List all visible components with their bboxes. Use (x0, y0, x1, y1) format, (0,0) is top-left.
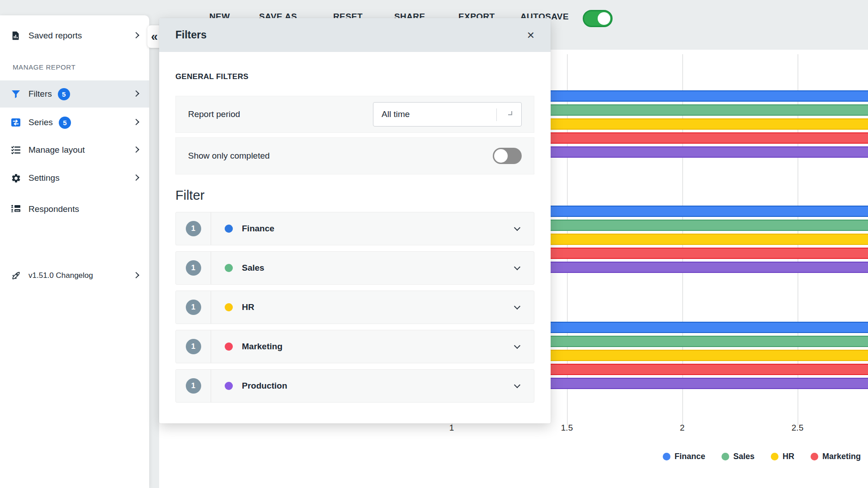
sidebar-item-label: Series (28, 117, 53, 127)
filter-count-cell: 1 (176, 252, 211, 284)
series-color-dot (225, 303, 233, 311)
filter-count-badge: 1 (186, 260, 201, 276)
chevron-down-icon (514, 381, 520, 388)
chart-legend: FinanceSalesHRMarketing (663, 452, 861, 461)
filter-count-badge: 1 (186, 300, 201, 315)
sidebar-item-label: Saved reports (28, 31, 82, 41)
filter-count-cell: 1 (176, 291, 211, 324)
series-color-dot (225, 225, 233, 233)
filter-row-label: HR (242, 302, 254, 312)
filter-count-cell: 1 (176, 330, 211, 363)
sidebar-item-label: v1.51.0 Changelog (28, 271, 93, 280)
legend-label: Finance (675, 452, 705, 461)
filter-count-badge: 1 (186, 339, 201, 354)
legend-label: HR (783, 452, 794, 461)
legend-label: Sales (733, 452, 755, 461)
autosave-toggle[interactable] (583, 10, 613, 27)
collapse-icon: « (151, 31, 158, 43)
funnel-icon (10, 88, 22, 100)
sidebar: Saved reportsMANAGE REPORTFilters5Series… (0, 15, 149, 488)
sidebar-item-label: Settings (28, 173, 60, 183)
sidebar-item-label: Filters (28, 89, 52, 99)
report-period-row: Report period All time (175, 96, 534, 133)
filter-count-cell: 1 (176, 212, 211, 245)
x-tick-label: 1 (449, 423, 454, 433)
x-tick-label: 2 (680, 423, 685, 433)
show-only-completed-row: Show only completed (175, 137, 534, 174)
chevron-right-icon (133, 146, 139, 153)
checklist-icon (10, 144, 22, 156)
filter-section-heading: Filter (175, 188, 204, 203)
report-period-label: Report period (188, 109, 240, 119)
legend-color-dot (771, 453, 778, 460)
chevron-right-icon (133, 32, 139, 38)
filters-modal: Filters × GENERAL FILTERS Report period … (159, 18, 551, 423)
chevron-down-icon (514, 263, 520, 270)
legend-label: Marketing (822, 452, 861, 461)
modal-title: Filters (175, 29, 207, 41)
filter-row-label: Finance (242, 224, 274, 234)
legend-item-hr[interactable]: HR (771, 452, 794, 461)
filter-row-label: Sales (242, 263, 264, 273)
filter-count-badge: 1 (186, 221, 201, 236)
series-icon (10, 117, 22, 128)
legend-color-dot (811, 453, 818, 460)
gear-icon (10, 172, 22, 184)
sidebar-item-label: Respondents (28, 204, 79, 214)
close-icon[interactable]: × (527, 29, 534, 42)
chevron-right-icon (133, 174, 139, 181)
rocket-icon (10, 270, 22, 282)
filter-row-label: Marketing (242, 342, 283, 352)
sidebar-item-settings[interactable]: Settings (0, 168, 149, 188)
series-color-dot (225, 382, 233, 390)
show-only-completed-toggle[interactable] (493, 148, 522, 164)
select-divider (496, 108, 497, 121)
filter-row-label: Production (242, 381, 287, 391)
chevron-down-icon (514, 224, 520, 230)
chevron-right-icon (133, 119, 139, 125)
filter-row-sales[interactable]: 1Sales (175, 251, 534, 285)
filter-count-badge: 1 (186, 378, 201, 394)
sidebar-item-series[interactable]: Series5 (0, 112, 149, 133)
toggle-knob (494, 149, 508, 163)
filter-row-production[interactable]: 1Production (175, 369, 534, 403)
sidebar-item-changelog[interactable]: v1.51.0 Changelog (0, 266, 149, 286)
chevron-right-icon (133, 90, 139, 97)
chevron-down-icon (514, 303, 520, 309)
x-tick-label: 2.5 (792, 423, 803, 433)
chevron-right-icon (133, 272, 139, 278)
filter-row-marketing[interactable]: 1Marketing (175, 330, 534, 363)
legend-color-dot (663, 453, 670, 460)
sidebar-item-manage-layout[interactable]: Manage layout (0, 140, 149, 160)
sidebar-item-filters[interactable]: Filters5 (0, 80, 149, 108)
general-filters-heading: GENERAL FILTERS (175, 72, 249, 81)
filter-count-cell: 1 (176, 370, 211, 402)
sidebar-item-respondents[interactable]: Respondents (0, 199, 149, 220)
filter-row-hr[interactable]: 1HR (175, 291, 534, 324)
chevron-down-icon (508, 111, 512, 115)
legend-item-marketing[interactable]: Marketing (811, 452, 861, 461)
report-period-value: All time (382, 109, 410, 119)
app-window: FinanceSalesHRMarketing 11.522.5 NEW SAV… (0, 0, 868, 488)
people-list-icon (10, 203, 22, 215)
x-tick-label: 1.5 (561, 423, 573, 433)
manage-report-section: MANAGE REPORT (13, 63, 75, 71)
series-count-badge: 5 (59, 117, 71, 129)
report-period-select[interactable]: All time (373, 102, 522, 127)
legend-color-dot (722, 453, 729, 460)
toggle-knob (598, 12, 610, 25)
sidebar-item-saved-reports[interactable]: Saved reports (0, 25, 149, 46)
series-color-dot (225, 343, 233, 351)
filter-row-finance[interactable]: 1Finance (175, 212, 534, 245)
series-color-dot (225, 264, 233, 272)
legend-item-sales[interactable]: Sales (722, 452, 755, 461)
chevron-down-icon (514, 342, 520, 348)
filters-count-badge: 5 (58, 88, 70, 100)
show-only-completed-label: Show only completed (188, 151, 270, 161)
modal-header: Filters × (159, 18, 551, 52)
sidebar-item-label: Manage layout (28, 145, 85, 155)
legend-item-finance[interactable]: Finance (663, 452, 705, 461)
report-icon (10, 30, 22, 42)
